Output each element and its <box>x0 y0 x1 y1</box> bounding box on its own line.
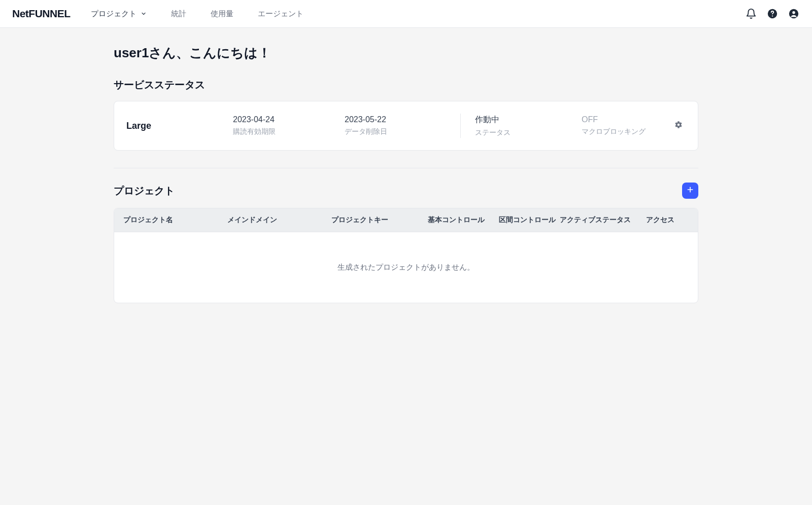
main-content: user1さん、こんにちは！ サービスステータス Large 2023-04-2… <box>114 28 698 334</box>
settings-button[interactable] <box>671 121 686 131</box>
nav-usage-label: 使用量 <box>211 9 233 19</box>
help-icon[interactable] <box>766 8 779 20</box>
nav-usage[interactable]: 使用量 <box>211 9 233 19</box>
plus-icon <box>686 186 694 196</box>
svg-point-3 <box>792 11 795 14</box>
deletion-label: データ削除日 <box>345 127 446 136</box>
th-domain: メインドメイン <box>225 215 329 225</box>
macro-label: マクロブロッキング <box>582 127 671 136</box>
projects-header: プロジェクト <box>114 183 698 199</box>
nav-agent[interactable]: エージェント <box>258 9 303 19</box>
running-label: ステータス <box>475 128 582 137</box>
th-active: アクティブステータス <box>558 215 644 225</box>
nav-stats[interactable]: 統計 <box>171 9 186 19</box>
section-divider <box>114 168 698 168</box>
subscription-label: 購読有効期限 <box>233 127 345 136</box>
status-plan: Large <box>126 121 233 131</box>
macro-value: OFF <box>582 115 671 124</box>
nav-project-label: プロジェクト <box>91 9 137 19</box>
th-section: 区間コントロール <box>497 215 558 225</box>
subscription-value: 2023-04-24 <box>233 115 345 124</box>
notifications-icon[interactable] <box>745 8 757 20</box>
running-value: 作動中 <box>475 115 582 125</box>
add-project-button[interactable] <box>682 183 698 199</box>
th-access: アクセス <box>644 215 690 225</box>
plan-name: Large <box>126 121 233 131</box>
greeting: user1さん、こんにちは！ <box>114 44 698 62</box>
table-header: プロジェクト名 メインドメイン プロジェクトキー 基本コントロール 区間コントロ… <box>114 208 698 232</box>
status-deletion: 2023-05-22 データ削除日 <box>345 115 446 136</box>
topbar: NetFUNNEL プロジェクト 統計 使用量 エージェント <box>0 0 812 28</box>
svg-point-1 <box>772 15 773 16</box>
service-status-card: Large 2023-04-24 購読有効期限 2023-05-22 データ削除… <box>114 101 698 151</box>
table-empty-message: 生成されたプロジェクトがありません。 <box>114 232 698 303</box>
th-key: プロジェクトキー <box>329 215 426 225</box>
brand-logo[interactable]: NetFUNNEL <box>12 8 71 20</box>
th-name: プロジェクト名 <box>121 215 225 225</box>
topbar-left: NetFUNNEL プロジェクト 統計 使用量 エージェント <box>12 8 303 20</box>
account-icon[interactable] <box>788 8 800 20</box>
status-macro: OFF マクロブロッキング <box>582 115 671 136</box>
topbar-right <box>745 8 800 20</box>
chevron-down-icon <box>141 11 147 17</box>
main-nav: プロジェクト 統計 使用量 エージェント <box>91 9 303 19</box>
deletion-value: 2023-05-22 <box>345 115 446 124</box>
status-running: 作動中 ステータス <box>475 115 582 137</box>
projects-title: プロジェクト <box>114 184 175 198</box>
status-subscription: 2023-04-24 購読有効期限 <box>233 115 345 136</box>
nav-stats-label: 統計 <box>171 9 186 19</box>
nav-project[interactable]: プロジェクト <box>91 9 147 19</box>
th-basic: 基本コントロール <box>426 215 497 225</box>
nav-agent-label: エージェント <box>258 9 303 19</box>
divider <box>460 114 461 138</box>
projects-table: プロジェクト名 メインドメイン プロジェクトキー 基本コントロール 区間コントロ… <box>114 208 698 303</box>
gear-icon <box>674 121 683 131</box>
service-status-title: サービスステータス <box>114 78 698 92</box>
